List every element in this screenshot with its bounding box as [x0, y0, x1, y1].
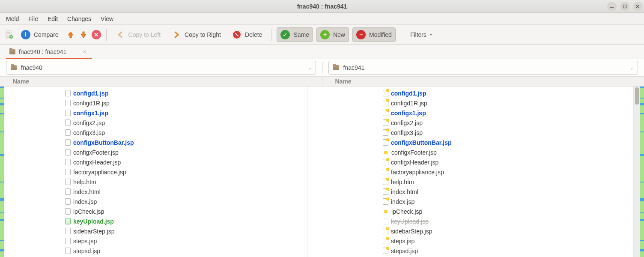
modified-label: Modified — [369, 31, 392, 38]
right-directory-combo[interactable]: fnac941 ⌄ — [328, 61, 638, 75]
file-row[interactable]: ipCheck.jsp — [331, 206, 633, 216]
file-row[interactable]: configd1.jsp — [331, 88, 633, 98]
file-row[interactable]: configd1R.jsp — [331, 98, 633, 108]
pane-separator — [322, 62, 322, 74]
same-label: Same — [293, 31, 309, 38]
file-row[interactable]: sidebarStep.jsp — [4, 226, 307, 236]
file-row[interactable]: sidebarStep.jsp — [331, 226, 633, 236]
file-row[interactable]: stepsd.jsp — [4, 246, 307, 256]
left-directory-combo[interactable]: fnac940 ⌄ — [6, 61, 316, 75]
file-row[interactable]: keyUpload.jsp — [4, 216, 307, 226]
left-pane[interactable]: configd1.jspconfigd1R.jspconfigx1.jspcon… — [4, 87, 307, 257]
check-icon: ✓ — [280, 30, 290, 39]
right-directory-label: fnac941 — [343, 64, 626, 71]
file-row[interactable]: configx3.jsp — [4, 128, 307, 137]
file-row[interactable]: configxHeader.jsp — [331, 157, 633, 167]
file-name: configxHeader.jsp — [73, 159, 121, 166]
file-icon — [384, 151, 388, 154]
directory-selectors: fnac940 ⌄ fnac941 ⌄ — [0, 59, 644, 76]
file-row[interactable]: configx2.jsp — [4, 118, 307, 128]
file-icon — [383, 179, 388, 185]
compare-button[interactable]: i Compare — [17, 27, 63, 42]
file-row[interactable]: index.html — [331, 187, 633, 197]
delete-icon — [232, 30, 242, 39]
window-title: fnac940 : fnac941 — [0, 3, 644, 10]
file-icon — [383, 228, 388, 234]
file-row[interactable]: configxFooter.jsp — [331, 147, 633, 157]
file-row[interactable]: configx1.jsp — [331, 108, 633, 118]
file-icon — [65, 228, 71, 234]
menu-item-changes[interactable]: Changes — [63, 14, 95, 24]
file-icon — [65, 90, 71, 96]
file-name: configd1.jsp — [73, 90, 108, 97]
close-button[interactable] — [633, 2, 642, 11]
minimize-button[interactable] — [607, 2, 617, 11]
diff-gutter-left[interactable] — [0, 87, 4, 257]
filter-same-button[interactable]: ✓ Same — [277, 27, 313, 42]
file-icon — [65, 110, 71, 116]
file-icon — [383, 198, 388, 205]
new-comparison-icon[interactable] — [4, 30, 14, 39]
right-pane[interactable]: configd1.jspconfigd1R.jspconfigx1.jspcon… — [331, 87, 634, 257]
menu-item-meld[interactable]: Meld — [2, 14, 23, 24]
file-icon — [383, 169, 388, 175]
menu-item-file[interactable]: File — [24, 14, 42, 24]
file-row[interactable]: factoryappliance.jsp — [4, 167, 307, 177]
file-row[interactable]: configx1.jsp — [4, 108, 307, 118]
scrollbar-vertical[interactable] — [634, 87, 640, 257]
file-name: configxFooter.jsp — [73, 149, 119, 156]
arrow-down-icon[interactable] — [79, 30, 88, 39]
file-icon — [65, 198, 71, 205]
file-icon — [383, 100, 388, 106]
file-row[interactable]: stepsd.jsp — [331, 246, 633, 256]
file-row[interactable]: help.htm — [4, 177, 307, 187]
folder-icon — [9, 49, 15, 54]
file-row[interactable]: ipCheck.jsp — [4, 206, 307, 216]
maximize-button[interactable] — [620, 2, 629, 11]
filters-label: Filters — [410, 31, 426, 38]
file-row[interactable]: factoryappliance.jsp — [331, 167, 633, 177]
file-icon — [65, 238, 71, 244]
column-header-name-left[interactable]: Name — [0, 77, 322, 86]
file-row[interactable]: index.jsp — [4, 197, 307, 206]
file-name: index.html — [391, 188, 418, 195]
file-row[interactable]: steps.jsp — [4, 236, 307, 246]
file-row[interactable]: configxHeader.jsp — [4, 157, 307, 167]
filter-modified-button[interactable]: − Modified — [352, 27, 396, 42]
tab-close-icon[interactable]: × — [83, 48, 86, 56]
diff-gutter-right[interactable] — [640, 87, 644, 257]
file-row[interactable]: steps.jsp — [331, 236, 633, 246]
file-icon — [65, 139, 71, 146]
file-row[interactable]: configd1R.jsp — [4, 98, 307, 108]
file-row[interactable]: configxButtonBar.jsp — [331, 137, 633, 147]
file-row[interactable]: keyUpload.jsp — [331, 216, 633, 226]
tab-label: fnac940 : fnac941 — [19, 48, 66, 55]
copy-to-right-button[interactable]: Copy to Right — [168, 27, 225, 42]
file-icon — [383, 129, 388, 136]
file-row[interactable]: index.jsp — [331, 197, 633, 206]
column-header-name-right[interactable]: Name — [322, 77, 644, 86]
tab-comparison[interactable]: fnac940 : fnac941 × — [6, 46, 92, 59]
file-row[interactable]: configxButtonBar.jsp — [4, 137, 307, 147]
file-icon — [383, 248, 388, 254]
delete-label: Delete — [245, 31, 262, 38]
file-row[interactable]: configx3.jsp — [331, 128, 633, 137]
file-row[interactable]: help.htm — [331, 177, 633, 187]
menu-item-view[interactable]: View — [96, 14, 118, 24]
filter-new-button[interactable]: + New — [316, 27, 349, 42]
cancel-icon[interactable]: ✕ — [92, 30, 101, 39]
file-row[interactable]: index.html — [4, 187, 307, 197]
file-name: factoryappliance.jsp — [391, 169, 444, 176]
file-row[interactable]: configx2.jsp — [331, 118, 633, 128]
file-icon — [65, 159, 71, 165]
arrow-up-icon[interactable] — [66, 30, 75, 39]
scrollbar-thumb[interactable] — [635, 87, 639, 105]
file-row[interactable]: configd1.jsp — [4, 88, 307, 98]
file-row[interactable]: configxFooter.jsp — [4, 147, 307, 157]
filters-button[interactable]: Filters ▾ — [406, 29, 436, 41]
menubar: MeldFileEditChangesView — [0, 13, 644, 25]
file-icon — [65, 169, 71, 175]
delete-button[interactable]: Delete — [228, 27, 266, 42]
left-directory-label: fnac940 — [21, 64, 304, 71]
menu-item-edit[interactable]: Edit — [43, 14, 62, 24]
